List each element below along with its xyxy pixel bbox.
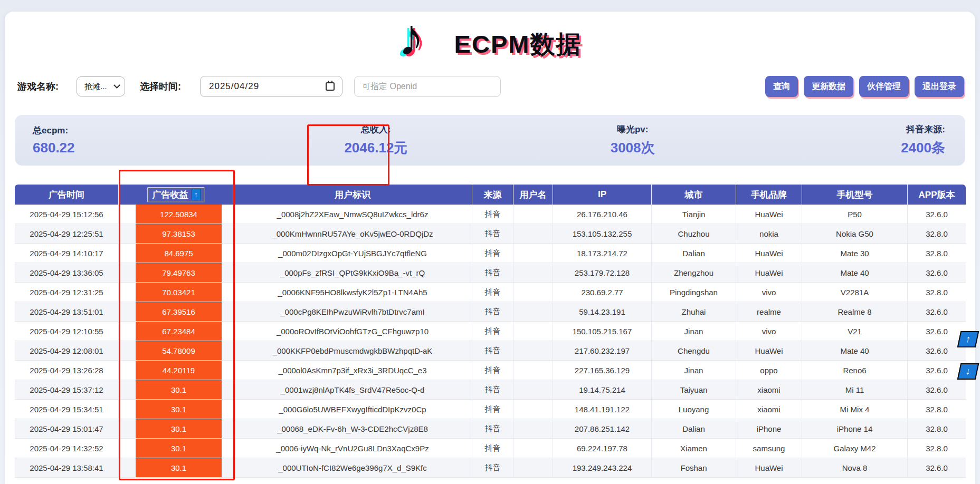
col-header-source: 来源 xyxy=(472,185,513,205)
city-cell: Chengdu xyxy=(652,341,736,361)
revenue-value: 30.1 xyxy=(136,458,222,477)
table-row: 2025-04-29 14:32:5230.1_0006-iyWq-Nk_rVn… xyxy=(15,439,966,458)
model-cell: iPhone 14 xyxy=(802,419,908,439)
source-cell: 抖音 xyxy=(472,322,513,341)
brand-cell: samsung xyxy=(736,439,802,458)
tiktok-note-icon: ♪ ♪ ♪ xyxy=(398,15,451,74)
ad-time-cell: 2025-04-29 14:32:52 xyxy=(15,439,119,458)
source-cell: 抖音 xyxy=(472,400,513,419)
page: { "header": { "logo_glyph": "♪", "title"… xyxy=(0,0,980,484)
query-button[interactable]: 查询 xyxy=(765,76,798,97)
app-version-cell: 32.6.0 xyxy=(908,263,966,283)
brand-cell: realme xyxy=(736,302,802,322)
table-row: 2025-04-29 15:01:4730.1_00068_eDK-Fv-6h_… xyxy=(15,419,966,439)
calendar-icon xyxy=(326,82,335,91)
openid-input[interactable] xyxy=(354,76,501,97)
source-cell: 抖音 xyxy=(472,283,513,302)
ad-time-cell: 2025-04-29 15:37:12 xyxy=(15,380,119,400)
source-cell: 抖音 xyxy=(472,302,513,322)
refresh-data-button[interactable]: 更新数据 xyxy=(804,76,853,97)
scroll-up-button[interactable]: ↑ xyxy=(957,331,979,347)
revenue-value: 97.38153 xyxy=(136,224,222,243)
source-cell: 抖音 xyxy=(472,439,513,458)
revenue-cell: 122.50834 xyxy=(119,205,233,224)
app-version-cell: 32.6.0 xyxy=(908,380,966,400)
table-row: 2025-04-29 13:26:2844.20119_000ol0AsKmn7… xyxy=(15,361,966,380)
partner-manage-button[interactable]: 伙伴管理 xyxy=(859,76,909,97)
source-cell: 抖音 xyxy=(472,380,513,400)
revenue-value: 67.23484 xyxy=(136,322,222,341)
stat-label: 总ecpm: xyxy=(33,124,68,137)
stat-value: 680.22 xyxy=(33,140,75,156)
stat-value: 2400条 xyxy=(901,139,945,157)
stat-label: 抖音来源: xyxy=(906,123,945,135)
stat-douyin-source: 抖音来源: 2400条 xyxy=(775,123,965,157)
stat-total-income: 总收入: 2046.12元 xyxy=(262,123,490,157)
user-id-cell: _000G6lo5UWBEFXwygIfticdDIpKzvz0Cp xyxy=(233,400,472,419)
city-cell: Luoyang xyxy=(652,400,736,419)
revenue-cell: 54.78009 xyxy=(119,341,233,361)
app-version-cell: 32.8.0 xyxy=(908,283,966,302)
main-card: ♪ ♪ ♪ ECPM数据 游戏名称: 抢滩... 选择时间: 2025/04/2… xyxy=(5,12,975,484)
source-cell: 抖音 xyxy=(472,458,513,478)
revenue-value: 84.6975 xyxy=(136,244,222,263)
ip-cell: 26.176.210.46 xyxy=(553,205,652,224)
col-header-ip: IP xyxy=(553,185,652,205)
username-cell xyxy=(513,205,553,224)
stat-label: 总收入: xyxy=(361,123,391,135)
logout-button[interactable]: 退出登录 xyxy=(915,76,964,97)
app-header: ♪ ♪ ♪ ECPM数据 xyxy=(5,12,975,71)
ip-cell: 207.86.251.142 xyxy=(553,419,652,439)
ip-cell: 217.60.232.197 xyxy=(553,341,652,361)
col-header-username: 用户名 xyxy=(513,185,553,205)
model-cell: Mate 40 xyxy=(802,341,908,361)
date-picker[interactable]: 2025/04/29 xyxy=(200,76,342,97)
ad-time-cell: 2025-04-29 12:08:01 xyxy=(15,341,119,361)
stat-value: 2046.12元 xyxy=(344,139,407,157)
game-select[interactable]: 抢滩... xyxy=(77,76,125,96)
game-name-label: 游戏名称: xyxy=(17,80,59,93)
city-cell: Zhengzhou xyxy=(652,263,736,283)
username-cell xyxy=(513,380,553,400)
scroll-down-button[interactable]: ↓ xyxy=(957,363,979,380)
brand-cell: HuaWei xyxy=(736,244,802,263)
table-row: 2025-04-29 15:12:56122.50834_0008j2hZ2XE… xyxy=(15,205,966,224)
revenue-value: 44.20119 xyxy=(136,361,222,380)
app-version-cell: 32.6.0 xyxy=(908,205,966,224)
revenue-cell: 30.1 xyxy=(119,458,233,478)
username-cell xyxy=(513,400,553,419)
username-cell xyxy=(513,458,553,478)
model-cell: Nokia G50 xyxy=(802,224,908,244)
col-header-app-version: APP版本 xyxy=(908,185,966,205)
city-cell: Dalian xyxy=(652,419,736,439)
brand-cell: nokia xyxy=(736,224,802,244)
revenue-cell: 70.03421 xyxy=(119,283,233,302)
revenue-value: 79.49763 xyxy=(136,263,222,282)
revenue-value: 30.1 xyxy=(136,400,222,419)
brand-cell: vivo xyxy=(736,283,802,302)
revenue-sort-button[interactable]: 广告收益 ↑ xyxy=(147,187,205,202)
app-version-cell: 32.6.0 xyxy=(908,322,966,341)
ad-time-cell: 2025-04-29 15:01:47 xyxy=(15,419,119,439)
revenue-value: 67.39516 xyxy=(136,302,222,321)
username-cell xyxy=(513,244,553,263)
col-header-ad-time: 广告时间 xyxy=(15,185,119,205)
game-select-value: 抢滩... xyxy=(84,82,107,92)
brand-cell: HuaWei xyxy=(736,458,802,478)
stat-total-ecpm: 总ecpm: 680.22 xyxy=(15,124,262,156)
revenue-value: 30.1 xyxy=(136,380,222,399)
col-header-model: 手机型号 xyxy=(802,185,908,205)
revenue-cell: 30.1 xyxy=(119,380,233,400)
model-cell: V2281A xyxy=(802,283,908,302)
app-version-cell: 32.8.0 xyxy=(908,439,966,458)
ad-time-cell: 2025-04-29 13:58:41 xyxy=(15,458,119,478)
source-cell: 抖音 xyxy=(472,361,513,380)
model-cell: Galaxy M42 xyxy=(802,439,908,458)
table-row: 2025-04-29 12:31:2570.03421_0006KNF95HO8… xyxy=(15,283,966,302)
user-id-cell: _000pFs_zfRSI_QPtG9kKxiO9Ba_-vt_rQ xyxy=(233,263,472,283)
user-id-cell: _00068_eDK-Fv-6h_W-3-CDE2hcCVjz8E8 xyxy=(233,419,472,439)
user-id-cell: _000ol0AsKmn7p3if_xRx3i_3RDUqcC_e3 xyxy=(233,361,472,380)
data-table: 广告时间 广告收益 ↑ 用户标识 来源 用户名 IP 城市 手机品牌 手机型号 … xyxy=(15,185,966,478)
ip-cell: 193.249.243.224 xyxy=(553,458,652,478)
revenue-value: 54.78009 xyxy=(136,341,222,360)
